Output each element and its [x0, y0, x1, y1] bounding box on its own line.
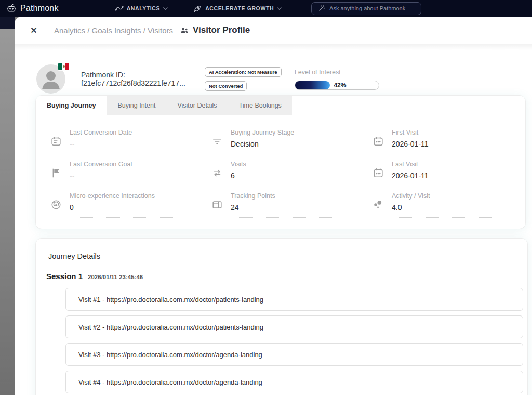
mexico-flag-icon [58, 63, 69, 70]
field-last-conversion-goal: Last Conversion Goal -- [36, 154, 197, 186]
visitors-group-icon [180, 27, 189, 34]
bubbles-icon [372, 199, 384, 211]
journey-details-title: Journey Details [48, 252, 524, 260]
interest-percent: 42% [334, 82, 346, 89]
interest-progress-bar: 42% [295, 81, 379, 90]
magic-wand-icon [318, 5, 325, 12]
divider [283, 67, 283, 91]
flag-icon [50, 167, 62, 179]
nav-analytics[interactable]: ANALYTICS [115, 5, 167, 12]
session-timestamp: 2026/01/11 23:45:46 [88, 274, 143, 280]
visit-row[interactable]: Visit #1 - https://pro.doctoralia.com.mx… [65, 288, 523, 311]
field-visits: Visits 6 [197, 154, 358, 186]
field-last-visit: Last Visit 2026-01-11 [358, 154, 513, 186]
backdrop-header-remnant [0, 17, 15, 29]
tab-buying-journey[interactable]: Buying Journey [36, 96, 107, 115]
rocket-icon [193, 5, 202, 12]
visit-row[interactable]: Visit #4 - https://pro.doctoralia.com.mx… [65, 371, 523, 393]
visit-row[interactable]: Visit #2 - https://pro.doctoralia.com.mx… [65, 315, 523, 338]
tab-time-bookings[interactable]: Time Bookings [228, 96, 292, 115]
nav-growth-label: ACCELERATE GROWTH [205, 5, 274, 11]
ask-placeholder-text: Ask anything about Pathmonk [329, 5, 405, 11]
top-nav: Pathmonk ANALYTICS ACCELERATE GROWTH [0, 0, 532, 17]
chevron-down-icon [163, 5, 167, 9]
field-first-visit: First Visit 2026-01-11 [358, 123, 513, 154]
modal-backdrop [0, 17, 15, 395]
analytics-squiggle-icon [115, 5, 124, 12]
tab-bar: Buying Journey Buying Intent Visitor Det… [36, 96, 525, 115]
chevron-down-icon [277, 5, 281, 9]
page-title: Visitor Profile [193, 25, 250, 35]
visit-row[interactable]: Visit #3 - https://pro.doctoralia.com.mx… [65, 343, 523, 366]
calendar-icon [372, 167, 384, 179]
breadcrumb[interactable]: Analytics / Goals Insights / Visitors [54, 26, 173, 35]
interest-progress-fill [295, 81, 330, 89]
target-icon [50, 199, 62, 211]
visitor-profile-modal: ✕ Analytics / Goals Insights / Visitors … [15, 17, 532, 395]
visitor-metrics-card: Buying Journey Buying Intent Visitor Det… [35, 95, 526, 229]
close-icon[interactable]: ✕ [28, 25, 39, 35]
session-header: Session 1 2026/01/11 23:45:46 [46, 272, 524, 281]
pathmonk-logo[interactable]: Pathmonk [6, 3, 59, 14]
nav-analytics-label: ANALYTICS [127, 5, 161, 11]
ask-anything-input[interactable]: Ask anything about Pathmonk [311, 2, 421, 15]
journey-details-card: Journey Details Session 1 2026/01/11 23:… [35, 238, 528, 395]
filter-lines-icon [211, 135, 223, 148]
status-badge: Not Converted [205, 81, 247, 91]
calendar-icon [372, 135, 384, 148]
metrics-grid: Last Conversion Date -- Buying Journey S… [36, 115, 525, 218]
field-last-conversion-date: Last Conversion Date -- [36, 123, 197, 154]
field-buying-journey-stage: Buying Journey Stage Decision [197, 123, 358, 154]
calendar-edit-icon [50, 135, 62, 148]
status-badges: AI Acceleration: Not Measure Not Convert… [205, 67, 277, 91]
pathmonk-id: Pathmonk ID: f21efc7712cf26f8d32221fe717… [81, 71, 205, 87]
layout-icon [211, 199, 223, 211]
nav-accelerate-growth[interactable]: ACCELERATE GROWTH [193, 5, 280, 12]
repeat-icon [211, 167, 223, 179]
tab-buying-intent[interactable]: Buying Intent [107, 96, 166, 115]
status-badge: AI Acceleration: Not Measure [205, 67, 282, 77]
interest-label: Level of Interest [295, 69, 397, 76]
robot-icon [6, 3, 17, 14]
field-activity-per-visit: Activity / Visit 4.0 [358, 186, 513, 218]
modal-header: ✕ Analytics / Goals Insights / Visitors … [15, 17, 532, 44]
field-tracking-points: Tracking Points 24 [197, 186, 358, 218]
tab-visitor-details[interactable]: Visitor Details [166, 96, 228, 115]
field-micro-experience-interactions: Micro-experience Interactions 0 [36, 186, 197, 218]
brand-name: Pathmonk [20, 4, 59, 13]
level-of-interest: Level of Interest 42% [295, 69, 397, 90]
session-label: Session 1 [46, 272, 83, 281]
